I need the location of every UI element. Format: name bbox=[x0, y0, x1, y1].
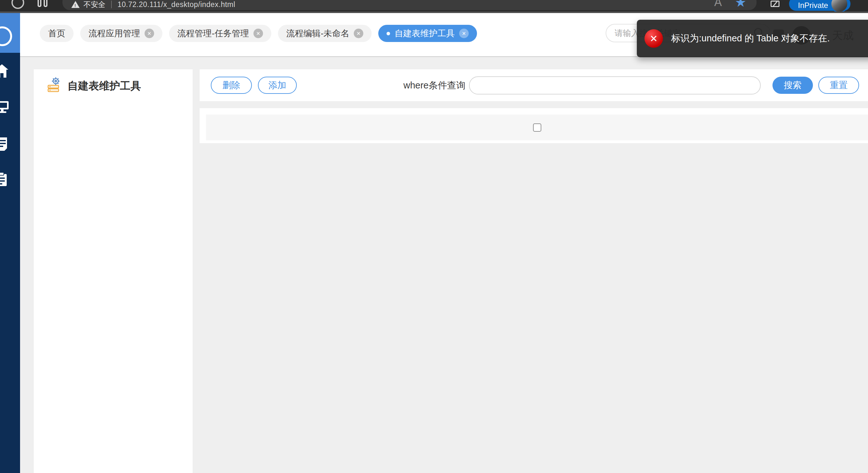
search-button[interactable]: 搜索 bbox=[773, 77, 813, 94]
sidebar-item-home[interactable] bbox=[0, 64, 20, 79]
error-icon: ✕ bbox=[645, 29, 663, 48]
error-toast: ✕ 标识为:undefined 的 Table 对象不存在. bbox=[637, 20, 868, 57]
sidebar-item-documents[interactable] bbox=[0, 136, 20, 151]
security-label[interactable]: 不安全 bbox=[84, 0, 105, 9]
sidebar-item-desktop[interactable] bbox=[0, 99, 20, 114]
tab-label: 流程编辑-未命名 bbox=[286, 28, 349, 39]
monitor-icon bbox=[0, 99, 9, 114]
table-tool-gear-icon bbox=[47, 77, 62, 92]
active-tab-dot bbox=[386, 32, 390, 35]
tool-panel-title: 自建表维护工具 bbox=[67, 79, 141, 93]
screen: ! 不安全 10.72.20.111/x_desktop/index.html … bbox=[0, 0, 868, 473]
where-condition-label: where条件查询 bbox=[403, 79, 466, 92]
tab-label: 自建表维护工具 bbox=[395, 28, 455, 39]
logo-circle-icon bbox=[0, 26, 12, 46]
toolbar: 删除 添加 where条件查询 搜索 重置 bbox=[199, 69, 868, 101]
tab-home[interactable]: 首页 bbox=[40, 25, 73, 42]
app-window: 首页 流程应用管理 ✕ 流程管理-任务管理 ✕ 流程编辑-未命名 ✕ 自建表维护… bbox=[0, 13, 868, 473]
insecure-warning-icon: ! bbox=[71, 1, 80, 8]
tab-close-icon[interactable]: ✕ bbox=[145, 29, 154, 38]
split-bar-left bbox=[38, 0, 41, 7]
tab-split-icon[interactable] bbox=[38, 0, 48, 7]
inprivate-label: InPrivate bbox=[798, 1, 828, 10]
browser-reload-icon[interactable] bbox=[11, 0, 24, 9]
tab-label: 流程管理-任务管理 bbox=[177, 28, 249, 39]
home-icon bbox=[0, 64, 9, 78]
add-button[interactable]: 添加 bbox=[258, 77, 297, 94]
favorite-star-icon[interactable]: ★ bbox=[735, 0, 746, 9]
documents-icon bbox=[0, 136, 9, 151]
where-condition-input[interactable] bbox=[469, 76, 761, 95]
address-bar-divider bbox=[111, 1, 112, 8]
table-header-row bbox=[206, 114, 868, 140]
tab-close-icon[interactable]: ✕ bbox=[354, 29, 363, 38]
window-edge-strip bbox=[0, 11, 868, 13]
tab-process-task-management[interactable]: 流程管理-任务管理 ✕ bbox=[169, 25, 271, 42]
tab-close-icon[interactable]: ✕ bbox=[253, 29, 263, 38]
tab-label: 流程应用管理 bbox=[89, 28, 140, 39]
page-url[interactable]: 10.72.20.111/x_desktop/index.html bbox=[118, 0, 235, 9]
app-logo[interactable] bbox=[0, 13, 20, 53]
tab-close-icon[interactable]: ✕ bbox=[459, 29, 469, 38]
table-container bbox=[199, 108, 868, 143]
tab-label: 首页 bbox=[48, 28, 65, 39]
tool-panel: 自建表维护工具 bbox=[34, 69, 193, 473]
tab-process-app-management[interactable]: 流程应用管理 ✕ bbox=[80, 25, 162, 42]
tab-bar: 首页 流程应用管理 ✕ 流程管理-任务管理 ✕ 流程编辑-未命名 ✕ 自建表维护… bbox=[40, 25, 477, 42]
error-message: 标识为:undefined 的 Table 对象不存在. bbox=[671, 32, 830, 45]
tool-panel-header: 自建表维护工具 bbox=[34, 69, 193, 101]
tab-self-built-table-tool-active[interactable]: 自建表维护工具 ✕ bbox=[378, 25, 477, 42]
extension-a-icon[interactable]: A bbox=[714, 0, 722, 9]
split-bar-right bbox=[43, 0, 48, 7]
clipboard-icon bbox=[0, 172, 8, 187]
browser-profile-avatar[interactable] bbox=[830, 0, 848, 11]
browser-chrome: ! 不安全 10.72.20.111/x_desktop/index.html … bbox=[0, 0, 868, 11]
browser-address-bar[interactable]: ! 不安全 10.72.20.111/x_desktop/index.html bbox=[62, 0, 756, 10]
select-all-checkbox[interactable] bbox=[533, 124, 541, 132]
sidebar-item-clipboard[interactable] bbox=[0, 172, 20, 187]
nav-sidebar bbox=[0, 13, 20, 473]
reset-button[interactable]: 重置 bbox=[818, 77, 859, 94]
tab-process-edit-unnamed[interactable]: 流程编辑-未命名 ✕ bbox=[278, 25, 372, 42]
collections-icon[interactable] bbox=[771, 1, 779, 7]
delete-button[interactable]: 删除 bbox=[211, 77, 252, 94]
